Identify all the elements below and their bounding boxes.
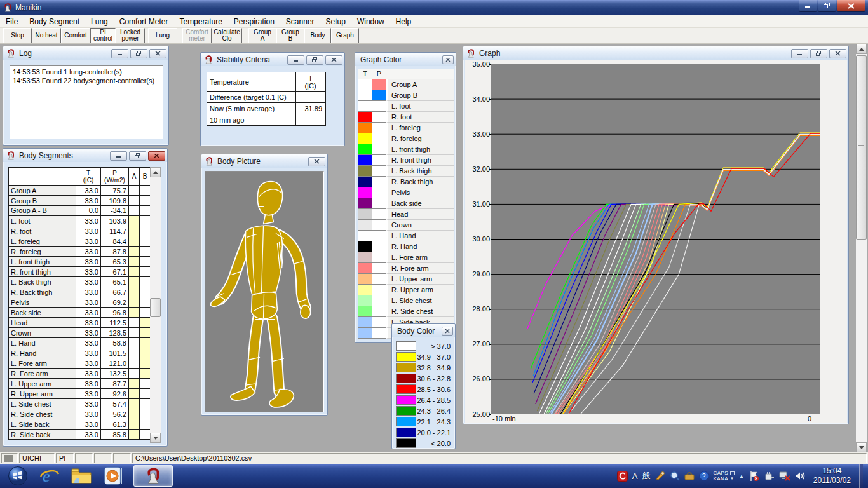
segment-temperature[interactable]: 0.0	[76, 206, 101, 216]
group-b-cell[interactable]	[140, 338, 151, 348]
scroll-up-button[interactable]	[150, 167, 161, 177]
start-button[interactable]	[4, 465, 32, 487]
p-color-swatch[interactable]	[372, 295, 386, 306]
segment-temperature[interactable]: 33.0	[76, 348, 101, 358]
mdi-vertical-scrollbar[interactable]	[856, 44, 867, 452]
t-color-swatch[interactable]	[358, 317, 372, 328]
p-color-swatch[interactable]	[372, 166, 386, 177]
t-color-swatch[interactable]	[358, 252, 372, 263]
p-color-swatch[interactable]	[372, 101, 386, 112]
group-a-cell[interactable]	[129, 348, 140, 358]
group-a-cell[interactable]	[129, 379, 140, 389]
group-b-cell[interactable]	[140, 297, 151, 308]
toolbar-button-pi-control[interactable]: PI control	[90, 28, 116, 43]
group-b-cell[interactable]	[140, 287, 151, 297]
t-color-swatch[interactable]	[358, 328, 372, 339]
p-color-swatch[interactable]	[372, 133, 386, 144]
menu-item-file[interactable]: File	[0, 15, 24, 28]
windows-explorer-icon[interactable]	[67, 465, 95, 487]
restore-button[interactable]	[306, 55, 323, 65]
ime-mode-alpha[interactable]: A	[632, 471, 638, 481]
restore-button[interactable]	[130, 49, 147, 58]
group-a-cell[interactable]	[129, 247, 140, 257]
t-color-swatch[interactable]	[358, 112, 372, 123]
body-color-titlebar[interactable]: Body Color	[392, 324, 455, 337]
group-b-cell[interactable]	[140, 196, 151, 206]
group-a-cell[interactable]	[129, 389, 140, 399]
p-color-swatch[interactable]	[372, 112, 386, 123]
group-b-cell[interactable]	[140, 379, 151, 389]
segment-temperature[interactable]: 33.0	[76, 308, 101, 318]
group-b-cell[interactable]	[140, 236, 151, 247]
segment-temperature[interactable]: 33.0	[76, 216, 101, 226]
graph-titlebar[interactable]: Graph	[463, 46, 848, 60]
t-color-swatch[interactable]	[358, 144, 372, 155]
close-button[interactable]	[149, 49, 166, 58]
group-a-cell[interactable]	[129, 369, 140, 379]
t-color-swatch[interactable]	[358, 295, 372, 306]
toolbar-button-stop[interactable]: Stop	[3, 28, 32, 43]
scroll-up-button[interactable]	[856, 44, 867, 54]
t-color-swatch[interactable]	[358, 209, 372, 220]
group-b-cell[interactable]	[140, 206, 151, 216]
p-color-swatch[interactable]	[372, 90, 386, 101]
group-a-cell[interactable]	[129, 216, 140, 226]
segment-temperature[interactable]: 33.0	[76, 277, 101, 287]
help-icon[interactable]: ?	[699, 471, 709, 481]
group-b-cell[interactable]	[140, 216, 151, 226]
group-b-cell[interactable]	[140, 186, 151, 196]
minimize-button[interactable]	[110, 151, 127, 161]
p-color-swatch[interactable]	[372, 144, 386, 155]
segment-temperature[interactable]: 33.0	[76, 419, 101, 430]
close-button[interactable]	[308, 157, 325, 166]
segment-temperature[interactable]: 33.0	[76, 430, 101, 440]
group-a-cell[interactable]	[129, 308, 140, 318]
t-color-swatch[interactable]	[358, 306, 372, 317]
group-b-cell[interactable]	[140, 369, 151, 379]
group-b-cell[interactable]	[140, 348, 151, 358]
menu-item-window[interactable]: Window	[351, 15, 390, 28]
group-a-cell[interactable]	[129, 358, 140, 369]
group-b-cell[interactable]	[140, 308, 151, 318]
scrollbar-thumb[interactable]	[856, 55, 867, 240]
segment-temperature[interactable]: 33.0	[76, 338, 101, 348]
ime-brush-icon[interactable]	[655, 471, 665, 481]
segment-temperature[interactable]: 33.0	[76, 247, 101, 257]
group-b-cell[interactable]	[140, 409, 151, 419]
scrollbar-thumb[interactable]	[150, 298, 161, 317]
t-color-swatch[interactable]	[358, 101, 372, 112]
group-b-cell[interactable]	[140, 419, 151, 430]
p-color-swatch[interactable]	[372, 123, 386, 133]
group-b-cell[interactable]	[140, 399, 151, 409]
p-color-swatch[interactable]	[372, 209, 386, 220]
ime-mode-kanji[interactable]: 般	[642, 470, 651, 482]
group-a-cell[interactable]	[129, 277, 140, 287]
p-color-swatch[interactable]	[372, 198, 386, 209]
stability-titlebar[interactable]: Stability Criteria	[201, 53, 344, 66]
minimize-button[interactable]	[111, 49, 128, 58]
segment-temperature[interactable]: 33.0	[76, 196, 101, 206]
segment-temperature[interactable]: 33.0	[76, 379, 101, 389]
group-a-cell[interactable]	[129, 399, 140, 409]
p-color-swatch[interactable]	[372, 252, 386, 263]
group-a-cell[interactable]	[129, 186, 140, 196]
menu-item-help[interactable]: Help	[390, 15, 417, 28]
toolbar-button-lung[interactable]: Lung	[148, 28, 177, 43]
p-color-swatch[interactable]	[372, 231, 386, 241]
restore-button[interactable]	[818, 0, 836, 12]
group-a-cell[interactable]	[129, 318, 140, 328]
t-color-swatch[interactable]	[358, 166, 372, 177]
group-a-cell[interactable]	[129, 196, 140, 206]
group-a-cell[interactable]	[129, 226, 140, 236]
log-output[interactable]: 14:53:53 Found 1 lung-controller(s)14:53…	[10, 65, 163, 139]
toolbar-button-body[interactable]: Body	[304, 28, 331, 43]
toolbar-button-group-b[interactable]: Group B	[276, 28, 304, 43]
segment-temperature[interactable]: 33.0	[76, 186, 101, 196]
group-b-cell[interactable]	[140, 277, 151, 287]
group-a-cell[interactable]	[129, 297, 140, 308]
t-color-swatch[interactable]	[358, 241, 372, 252]
internet-explorer-icon[interactable]: e	[36, 465, 64, 487]
t-color-swatch[interactable]	[358, 133, 372, 144]
group-a-cell[interactable]	[129, 236, 140, 247]
chevron-down-icon[interactable]: ▼	[730, 476, 734, 482]
